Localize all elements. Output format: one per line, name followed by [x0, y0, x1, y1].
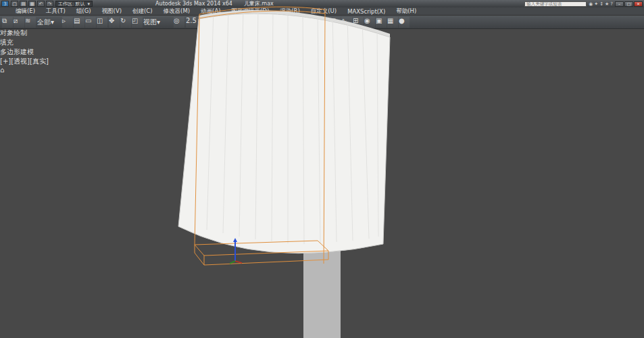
- perspective-viewport[interactable]: [+][透视][真实] ⌂ 08 - Default ✕ ✔ 自动 更新: [0, 57, 644, 338]
- key-icon[interactable]: ✦: [594, 1, 598, 7]
- wall-object[interactable]: [178, 14, 390, 254]
- search-scope-icon[interactable]: ◉: [589, 1, 593, 7]
- favorites-star-icon[interactable]: ★: [605, 1, 609, 7]
- scene-geometry: [0, 0, 572, 267]
- help-icon[interactable]: ?: [610, 1, 613, 7]
- arrows-icon[interactable]: ↕: [599, 1, 603, 7]
- window-controls: –▢✕: [615, 1, 643, 7]
- close-button[interactable]: ✕: [634, 1, 643, 7]
- infocenter-icons: ◉✦↕★?: [589, 1, 613, 7]
- maximize-button[interactable]: ▢: [624, 1, 633, 7]
- application-window: 3 ▢▤▦↶↷ 工作区: 默认▾ Autodesk 3ds Max 2014 x…: [0, 0, 644, 338]
- minimize-button[interactable]: –: [615, 1, 624, 7]
